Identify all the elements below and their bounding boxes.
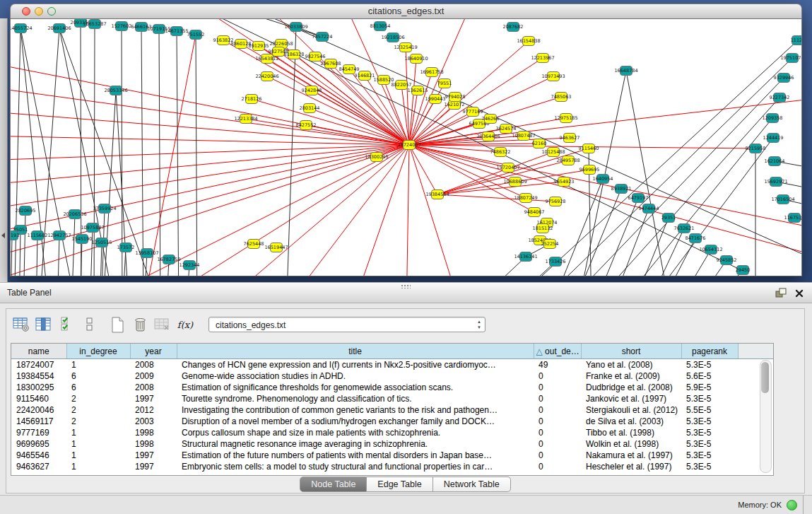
graph-node[interactable]: 1815132 bbox=[533, 224, 553, 233]
graph-edge[interactable] bbox=[36, 235, 37, 276]
table-cell[interactable]: Yano et al. (2008) bbox=[581, 359, 681, 371]
graph-node[interactable]: 10653287 bbox=[83, 20, 106, 29]
graph-node[interactable]: 12213967 bbox=[531, 54, 554, 63]
graph-node[interactable]: 9115460 bbox=[579, 144, 599, 153]
graph-node[interactable]: 9245852 bbox=[717, 256, 737, 265]
graph-node[interactable]: 8471676 bbox=[686, 234, 706, 243]
graph-node[interactable]: 15692971 bbox=[764, 177, 787, 187]
network-window-titlebar[interactable]: citations_edges.txt bbox=[10, 4, 802, 19]
graph-node[interactable]: 29351 bbox=[661, 214, 676, 223]
table-cell[interactable]: 19384554 bbox=[11, 370, 66, 382]
graph-node[interactable]: 3624574 bbox=[496, 124, 517, 134]
table-cell[interactable]: 0 bbox=[534, 438, 581, 450]
table-cell[interactable]: 5.6E-5 bbox=[681, 370, 738, 382]
table-cell[interactable]: Embryonic stem cells: a model to study s… bbox=[177, 461, 534, 472]
graph-edge[interactable] bbox=[409, 72, 432, 145]
close-panel-icon[interactable] bbox=[795, 288, 804, 300]
table-cell[interactable]: Structural magnetic resonance image aver… bbox=[177, 438, 534, 450]
graph-node[interactable]: 17359924 bbox=[93, 204, 116, 214]
divider-grip[interactable] bbox=[401, 284, 411, 288]
graph-node[interactable]: 16782759 bbox=[157, 255, 180, 264]
table-cell[interactable]: 5.3E-5 bbox=[681, 393, 738, 404]
graph-node[interactable]: 17016504 bbox=[771, 195, 794, 204]
graph-node[interactable]: 9329946 bbox=[774, 74, 794, 83]
table-cell[interactable]: Investigating the contribution of common… bbox=[177, 404, 534, 416]
graph-node[interactable]: 14136141 bbox=[514, 252, 537, 262]
table-cell[interactable]: Nakamura et al. (1997) bbox=[581, 450, 681, 461]
graph-node[interactable]: 2967608 bbox=[321, 59, 341, 69]
graph-node[interactable]: 20364486 bbox=[476, 132, 500, 141]
table-cell[interactable]: 18724007 bbox=[11, 359, 66, 371]
table-cell[interactable]: 1997 bbox=[130, 393, 177, 404]
graph-edge[interactable] bbox=[20, 28, 78, 276]
table-cell[interactable]: 0 bbox=[534, 404, 581, 416]
graph-node[interactable]: 252254 bbox=[541, 240, 559, 249]
table-cell[interactable]: 9699695 bbox=[11, 438, 66, 450]
graph-node[interactable]: 9146821 bbox=[355, 71, 375, 81]
table-cell[interactable]: 5.3E-5 bbox=[681, 427, 738, 438]
table-row[interactable]: 969969511998Structural magnetic resonanc… bbox=[11, 438, 738, 450]
function-builder-icon[interactable]: f(x) bbox=[176, 315, 194, 334]
graph-node[interactable]: 2087682 bbox=[503, 23, 524, 32]
table-cell[interactable]: 1998 bbox=[130, 427, 177, 438]
table-cell[interactable]: 5.3E-5 bbox=[681, 359, 738, 371]
graph-node[interactable]: 10973493 bbox=[541, 72, 565, 81]
graph-node[interactable]: 9794028 bbox=[445, 93, 466, 102]
table-cell[interactable]: 1 bbox=[66, 427, 130, 438]
float-panel-icon[interactable] bbox=[775, 288, 787, 300]
table-row[interactable]: 977716911998Corpus callosum shape and si… bbox=[11, 427, 738, 438]
table-cell[interactable]: 1997 bbox=[130, 461, 177, 472]
zoom-window-button[interactable] bbox=[47, 7, 56, 16]
table-cell[interactable]: 22420046 bbox=[11, 404, 66, 416]
graph-node[interactable]: 6479197 bbox=[628, 194, 649, 203]
graph-edge[interactable] bbox=[11, 235, 12, 276]
graph-node[interactable]: 16648784 bbox=[614, 66, 637, 76]
graph-node[interactable]: 1209358 bbox=[763, 114, 783, 123]
table-cell[interactable]: 5.3E-5 bbox=[681, 416, 738, 427]
column-header-name[interactable]: name bbox=[11, 344, 66, 359]
table-row[interactable]: 1830029562008Estimation of significance … bbox=[11, 382, 738, 393]
graph-edge[interactable] bbox=[141, 27, 143, 276]
graph-node[interactable]: 1527602 bbox=[112, 22, 132, 31]
scrollbar-thumb[interactable] bbox=[761, 362, 769, 393]
table-cell[interactable]: 2 bbox=[66, 393, 130, 404]
table-row[interactable]: 1456911722003Disruption of a novel membe… bbox=[11, 416, 738, 427]
graph-edge[interactable] bbox=[11, 145, 409, 259]
graph-edge[interactable] bbox=[159, 29, 160, 276]
create-table-icon[interactable] bbox=[108, 315, 126, 334]
table-cell[interactable]: Estimation of significance thresholds fo… bbox=[177, 382, 534, 393]
table-settings-icon[interactable] bbox=[12, 315, 30, 334]
graph-node[interactable]: 2718126 bbox=[242, 95, 262, 104]
graph-edge[interactable] bbox=[100, 243, 102, 276]
table-cell[interactable]: 2009 bbox=[130, 370, 177, 382]
table-cell[interactable]: 5.3E-5 bbox=[681, 438, 738, 450]
graph-edge[interactable] bbox=[409, 145, 508, 168]
graph-node[interactable]: 8427552 bbox=[296, 121, 317, 130]
table-cell[interactable]: 49 bbox=[534, 359, 581, 371]
graph-edge[interactable] bbox=[671, 250, 711, 276]
graph-node[interactable]: 751552 bbox=[187, 30, 205, 40]
table-cell[interactable]: 6 bbox=[66, 382, 130, 393]
table-row[interactable]: 1938455462009Genome-wide association stu… bbox=[11, 370, 738, 382]
table-cell[interactable]: 1 bbox=[66, 461, 130, 472]
table-cell[interactable]: 2 bbox=[66, 416, 130, 427]
graph-node[interactable]: 62160 bbox=[532, 139, 547, 148]
show-hide-columns-icon[interactable] bbox=[57, 315, 76, 334]
graph-node[interactable]: 2820695 bbox=[16, 206, 36, 216]
table-cell[interactable]: Tourette syndrome. Phenomenology and cla… bbox=[177, 393, 534, 404]
graph-node[interactable]: 9227342 bbox=[770, 93, 790, 103]
collapse-arrow-icon[interactable] bbox=[1, 233, 5, 238]
table-cell[interactable]: Stergiakouli et al. (2012) bbox=[581, 404, 681, 416]
graph-node[interactable]: 28053346 bbox=[104, 86, 127, 95]
graph-edge[interactable] bbox=[141, 35, 196, 276]
column-header-out_de[interactable]: △ out_de… bbox=[534, 344, 581, 359]
graph-edge[interactable] bbox=[437, 194, 555, 201]
graph-node[interactable]: 9777169 bbox=[463, 107, 483, 117]
graph-edge[interactable] bbox=[315, 57, 409, 145]
table-cell[interactable]: 2012 bbox=[130, 404, 177, 416]
graph-node[interactable]: 10807487 bbox=[512, 132, 535, 141]
graph-node[interactable]: 1167531 bbox=[784, 214, 802, 223]
graph-edge[interactable] bbox=[11, 145, 409, 210]
graph-edge[interactable] bbox=[196, 35, 197, 276]
table-cell[interactable]: 9463627 bbox=[11, 461, 66, 472]
